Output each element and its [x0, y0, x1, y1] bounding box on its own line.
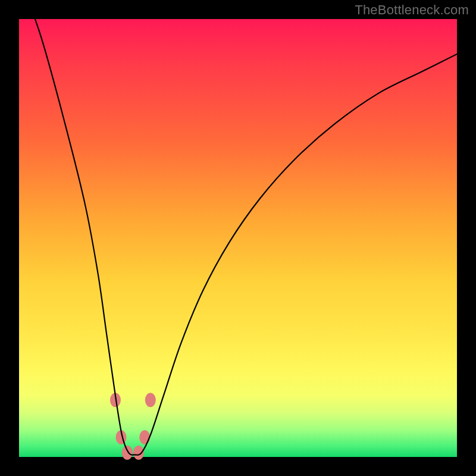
chart-frame: TheBottleneck.com	[0, 0, 476, 476]
curve-marker	[122, 446, 133, 460]
watermark-text: TheBottleneck.com	[355, 2, 469, 18]
curve-marker	[139, 430, 150, 444]
bottleneck-curve	[19, 0, 457, 455]
curve-marker	[145, 393, 156, 407]
plot-area	[19, 19, 457, 457]
curve-svg	[19, 19, 457, 457]
